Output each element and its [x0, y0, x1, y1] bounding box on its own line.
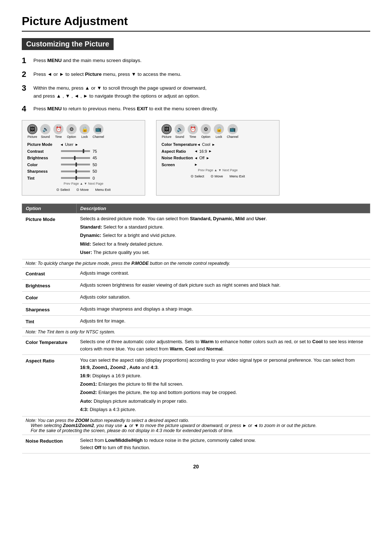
- step-text-4: Press MENU to return to previous menu. P…: [33, 105, 218, 113]
- step-text-2: Press ◄ or ► to select Picture menu, pre…: [33, 70, 181, 78]
- step-num-2: 2: [22, 70, 33, 79]
- step-4: 4 Press MENU to return to previous menu.…: [22, 105, 370, 114]
- menu-footer-left: ⊙ Select ⊙ Move Menu Exit: [27, 188, 140, 192]
- desc-aspect-ratio: You can select the aspect ratio (display…: [77, 354, 370, 416]
- menu-left-icons: 🖼 Picture 🔊 Sound ⏰ Time ⚙ Option 🔒 Lock…: [27, 124, 140, 139]
- page-title: Picture Adjustment: [22, 15, 370, 32]
- table-row: Aspect Ratio You can select the aspect r…: [22, 354, 370, 416]
- option-sharpness: Sharpness: [22, 304, 77, 316]
- table-row: Picture Mode Selects a desired picture m…: [22, 213, 370, 259]
- table-row: Brightness Adjusts screen brightness for…: [22, 280, 370, 292]
- step-num-4: 4: [22, 104, 33, 114]
- menu-screenshots: 🖼 Picture 🔊 Sound ⏰ Time ⚙ Option 🔒 Lock…: [22, 120, 370, 196]
- option-table: Option Description Picture Mode Selects …: [22, 204, 370, 454]
- menu-footer-right: ⊙ Select ⊙ Move Menu Exit: [162, 174, 274, 178]
- menu-row-picturemode: Picture Mode ◄ User ►: [27, 141, 140, 148]
- option-noise-reduction: Noise Reduction: [22, 435, 77, 453]
- icon-sound-right: 🔊 Sound: [175, 124, 185, 139]
- step-text-1: Press MENU and the main menu screen disp…: [33, 57, 142, 65]
- step-num-1: 1: [22, 56, 33, 65]
- icon-sound-left: 🔊 Sound: [40, 124, 50, 139]
- col-option-header: Option: [22, 204, 77, 213]
- menu-right: 🖼 Picture 🔊 Sound ⏰ Time ⚙ Option 🔒 Lock…: [156, 120, 279, 196]
- page-number: 20: [22, 464, 370, 469]
- menu-row-brightness: Brightness 45: [27, 155, 140, 161]
- table-row: Noise Reduction Select from Low/Middle/H…: [22, 435, 370, 453]
- option-brightness: Brightness: [22, 280, 77, 292]
- step-text-3: Within the menu, press ▲ or ▼ to scroll …: [33, 84, 207, 100]
- table-row: Color Adjusts color saturation.: [22, 292, 370, 304]
- icon-time-left: ⏰ Time: [53, 124, 64, 139]
- option-picture-mode: Picture Mode: [22, 213, 77, 259]
- desc-picture-mode: Selects a desired picture mode. You can …: [77, 213, 370, 259]
- icon-option-left: ⚙ Option: [66, 124, 77, 139]
- option-color: Color: [22, 292, 77, 304]
- step-3: 3 Within the menu, press ▲ or ▼ to scrol…: [22, 84, 370, 100]
- prev-next-left: Prev Page ▲ ▼ Next Page: [27, 182, 140, 185]
- option-tint: Tint: [22, 316, 77, 328]
- table-row: Sharpness Adjusts image sharpness and di…: [22, 304, 370, 316]
- icon-option-right: ⚙ Option: [201, 124, 211, 139]
- icon-time-right: ⏰ Time: [188, 124, 198, 139]
- desc-contrast: Adjusts image contrast.: [77, 267, 370, 279]
- menu-row-noisereduction: Noise Reduction ◄ Off ►: [162, 155, 274, 161]
- step-1: 1 Press MENU and the main menu screen di…: [22, 57, 370, 65]
- option-aspect-ratio: Aspect Ratio: [22, 354, 77, 416]
- desc-color-temperature: Selects one of three automatic color adj…: [77, 336, 370, 354]
- icon-lock-left: 🔒 Lock: [79, 124, 90, 139]
- table-row: Tint Adjusts tint for image.: [22, 316, 370, 328]
- menu-row-color: Color 50: [27, 162, 140, 168]
- icon-lock-right: 🔒 Lock: [214, 124, 224, 139]
- note-row-aspectratio: Note: You can press the ZOOM button repe…: [22, 416, 370, 435]
- menu-row-colortemp: Color Temperature ◄ Cool ►: [162, 141, 274, 148]
- steps-container: 1 Press MENU and the main menu screen di…: [22, 57, 370, 114]
- menu-right-icons: 🖼 Picture 🔊 Sound ⏰ Time ⚙ Option 🔒 Lock…: [162, 124, 274, 139]
- menu-row-sharpness: Sharpness 50: [27, 168, 140, 175]
- section-heading: Customizing the Picture: [22, 38, 114, 50]
- menu-right-rows: Color Temperature ◄ Cool ► Aspect Ratio …: [162, 141, 274, 168]
- desc-brightness: Adjusts screen brightness for easier vie…: [77, 280, 370, 292]
- menu-left: 🖼 Picture 🔊 Sound ⏰ Time ⚙ Option 🔒 Lock…: [22, 120, 145, 196]
- note-row-tint: Note: The Tint item is only for NTSC sys…: [22, 328, 370, 336]
- desc-color: Adjusts color saturation.: [77, 292, 370, 304]
- table-header-row: Option Description: [22, 204, 370, 213]
- note-row-picturemode: Note: To quickly change the picture mode…: [22, 259, 370, 267]
- menu-row-tint: Tint 0: [27, 175, 140, 181]
- menu-left-rows: Picture Mode ◄ User ► Contrast 75 Bright…: [27, 141, 140, 181]
- desc-tint: Adjusts tint for image.: [77, 316, 370, 328]
- table-row: Color Temperature Selects one of three a…: [22, 336, 370, 354]
- menu-row-screen: Screen ►: [162, 162, 274, 168]
- option-color-temperature: Color Temperature: [22, 336, 77, 354]
- menu-row-contrast: Contrast 75: [27, 148, 140, 155]
- menu-row-aspectratio: Aspect Ratio ◄ 16:9 ►: [162, 148, 274, 155]
- col-description-header: Description: [77, 204, 370, 213]
- desc-sharpness: Adjusts image sharpness and displays a s…: [77, 304, 370, 316]
- step-2: 2 Press ◄ or ► to select Picture menu, p…: [22, 70, 370, 79]
- desc-noise-reduction: Select from Low/Middle/High to reduce no…: [77, 435, 370, 453]
- prev-next-right: Prev Page ▲ ▼ Next Page: [162, 168, 274, 172]
- icon-picture-left: 🖼 Picture: [27, 124, 37, 139]
- step-num-3: 3: [22, 83, 33, 93]
- table-row: Contrast Adjusts image contrast.: [22, 267, 370, 279]
- icon-channel-left: 📺 Channel: [93, 124, 104, 139]
- option-contrast: Contrast: [22, 267, 77, 279]
- icon-channel-right: 📺 Channel: [227, 124, 238, 139]
- icon-picture-right: 🖼 Picture: [162, 124, 172, 139]
